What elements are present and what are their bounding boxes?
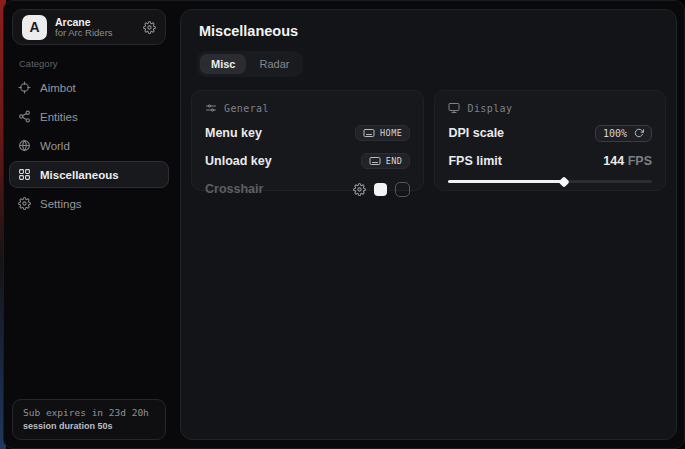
fps-slider-fill [448,180,564,183]
fps-limit-value: 144 FPS [603,154,652,168]
tab-bar: Misc Radar [197,51,303,77]
sidebar-item-label: Aimbot [40,82,76,94]
brand-card: A Arcane for Arc Riders [12,9,166,45]
sidebar-item-label: World [40,140,70,152]
crosshair-checkbox[interactable] [395,182,410,197]
crosshair-label: Crosshair [205,182,263,196]
sidebar-item-label: Settings [40,198,82,210]
crosshair-icon [18,81,31,94]
app-window: A Arcane for Arc Riders Category Aimbot [3,0,685,449]
subscription-info-card: Sub expires in 23d 20h session duration … [12,399,166,440]
menu-key-bind-button[interactable]: HOME [355,125,410,141]
sidebar-item-label: Entities [40,111,78,123]
unload-key-row: Unload key END [205,152,410,170]
fps-limit-label: FPS limit [448,154,501,168]
crosshair-color-swatch[interactable] [374,183,387,196]
general-panel-title: General [224,103,269,114]
monitor-icon [448,102,460,114]
globe-icon [18,139,31,152]
keyboard-icon [369,156,381,166]
gear-icon [18,197,31,210]
display-panel-title: Display [467,103,512,114]
dpi-scale-row: DPI scale 100% [448,124,652,142]
brand-title: Arcane [55,16,135,28]
fps-limit-slider[interactable] [448,180,652,183]
dpi-scale-label: DPI scale [448,126,504,140]
tab-misc[interactable]: Misc [200,54,246,74]
dpi-scale-value: 100% [603,128,627,139]
unload-key-label: Unload key [205,154,272,168]
sidebar-item-miscellaneous[interactable]: Miscellaneous [9,161,169,188]
panels-row: General Menu key HOME Unload key [191,90,666,191]
session-duration-text: session duration 50s [23,421,155,431]
sidebar-item-aimbot[interactable]: Aimbot [9,74,169,101]
page-title: Miscellaneous [199,23,666,39]
sidebar: A Arcane for Arc Riders Category Aimbot [4,1,174,448]
brand-gear-icon[interactable] [143,21,156,34]
dpi-scale-control[interactable]: 100% [595,125,652,142]
menu-key-row: Menu key HOME [205,124,410,142]
unload-key-bind-button[interactable]: END [361,153,411,169]
brand-subtitle: for Arc Riders [55,28,135,39]
brand-logo: A [22,15,47,40]
menu-key-label: Menu key [205,126,262,140]
sliders-icon [205,102,217,114]
sub-expires-text: Sub expires in 23d 20h [23,407,155,418]
sidebar-item-label: Miscellaneous [40,169,119,181]
category-label: Category [19,58,174,69]
fps-limit-row: FPS limit 144 FPS [448,152,652,170]
refresh-icon [634,128,644,138]
sidebar-nav: Aimbot Entities World Miscellaneous [4,74,174,217]
crosshair-row: Crosshair [205,180,410,198]
sidebar-item-settings[interactable]: Settings [9,190,169,217]
sidebar-item-world[interactable]: World [9,132,169,159]
display-panel: Display DPI scale 100% FPS limit 144 FPS [434,90,666,191]
main-content: Miscellaneous Misc Radar General Menu ke… [180,9,677,440]
sidebar-item-entities[interactable]: Entities [9,103,169,130]
tab-radar[interactable]: Radar [248,54,300,74]
general-panel: General Menu key HOME Unload key [191,90,424,191]
keyboard-icon [363,128,375,138]
crosshair-settings-gear-icon[interactable] [353,183,366,196]
network-icon [18,110,31,123]
grid-icon [18,168,31,181]
fps-slider-thumb[interactable] [559,176,570,187]
